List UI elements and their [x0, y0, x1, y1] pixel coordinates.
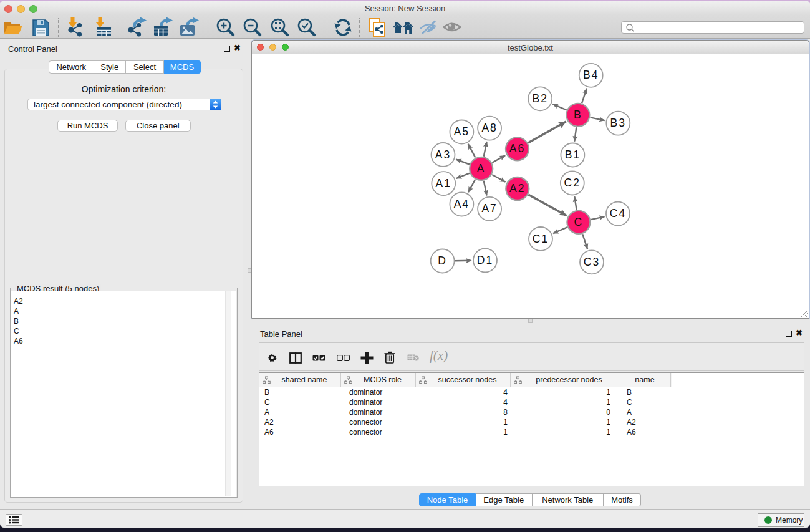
svg-text:A5: A5	[454, 125, 470, 138]
svg-text:A1: A1	[436, 177, 451, 190]
svg-text:A: A	[477, 162, 486, 175]
svg-text:B4: B4	[583, 69, 599, 81]
svg-text:A3: A3	[435, 148, 451, 161]
svg-text:A2: A2	[509, 182, 525, 195]
svg-text:B2: B2	[532, 92, 547, 105]
svg-text:C1: C1	[533, 233, 549, 245]
svg-text:B3: B3	[610, 117, 626, 129]
svg-text:A6: A6	[509, 142, 525, 155]
svg-text:B1: B1	[565, 148, 581, 161]
svg-text:C: C	[574, 216, 584, 228]
svg-text:A7: A7	[481, 202, 497, 215]
svg-text:C3: C3	[584, 256, 600, 268]
svg-text:C2: C2	[564, 177, 581, 189]
svg-text:A8: A8	[481, 122, 497, 134]
svg-text:D: D	[438, 254, 447, 267]
svg-text:D1: D1	[477, 254, 493, 266]
svg-text:A4: A4	[454, 198, 470, 210]
svg-text:C4: C4	[610, 207, 626, 220]
svg-text:B: B	[574, 109, 582, 121]
